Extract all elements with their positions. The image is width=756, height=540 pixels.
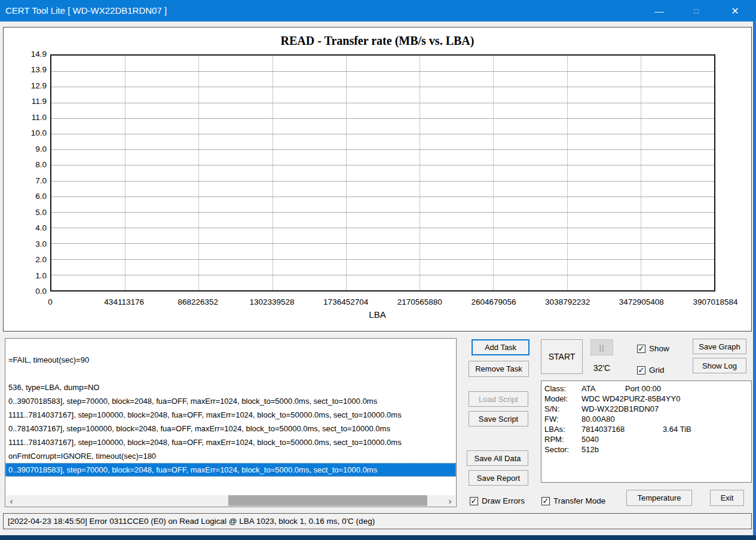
device-info-label: LBAs:	[544, 424, 581, 434]
horizontal-gridline	[51, 118, 714, 119]
y-axis-tick-label: 0.0	[18, 287, 47, 296]
device-info-row: LBAs:78140371683.64 TiB	[544, 424, 751, 434]
start-button[interactable]: START	[541, 339, 583, 374]
horizontal-scrollbar[interactable]: ‹ ›	[6, 495, 455, 506]
task-list-item[interactable]: 536, type=LBA, dump=NO	[5, 381, 456, 394]
x-axis-tick-label: 434113176	[94, 297, 154, 306]
save-all-data-button[interactable]: Save All Data	[467, 450, 528, 466]
title-bar: CERT Tool Lite [ WD-WX22DB1RDN07 ] — □ ✕	[0, 0, 756, 22]
y-axis-tick-label: 9.0	[18, 145, 47, 154]
minimize-icon: —	[655, 6, 664, 16]
task-list-item-selected[interactable]: 0..3907018583], step=70000, block=2048, …	[5, 463, 456, 477]
save-report-button[interactable]: Save Report	[469, 470, 528, 486]
status-text: [2022-04-23 18:45:50] Error 0311CCE0 (E0…	[8, 517, 375, 526]
maximize-button[interactable]: □	[682, 0, 710, 22]
x-axis-tick-label: 1736452704	[316, 297, 376, 306]
save-script-button[interactable]: Save Script	[469, 411, 528, 427]
chart-panel: READ - Transfer rate (MB/s vs. LBA) LBA …	[3, 27, 752, 332]
temperature-button[interactable]: Temperature	[626, 490, 692, 506]
checkbox-label: Show	[649, 344, 669, 353]
checkbox-check-icon: ✓	[470, 497, 478, 505]
horizontal-gridline	[51, 197, 714, 197]
exit-button[interactable]: Exit	[710, 490, 744, 506]
task-list-item[interactable]	[5, 367, 456, 381]
checkbox-label: Transfer Mode	[553, 496, 605, 505]
scrollbar-thumb[interactable]	[228, 495, 427, 506]
device-info-label: Model:	[544, 394, 581, 404]
horizontal-gridline	[51, 165, 714, 165]
close-button[interactable]: ✕	[721, 0, 749, 22]
y-axis-tick-label: 2.0	[18, 255, 47, 264]
y-axis-tick-label: 5.0	[18, 208, 47, 217]
x-axis-label: LBA	[4, 309, 751, 320]
task-list-item[interactable]: 0..3907018583], step=70000, block=2048, …	[5, 394, 456, 408]
show-checkbox[interactable]: ✓ Show	[637, 344, 669, 353]
status-bar: [2022-04-23 18:45:50] Error 0311CCE0 (E0…	[3, 513, 752, 529]
x-axis-tick-label: 3472905408	[611, 297, 671, 306]
task-list-item[interactable]	[5, 339, 456, 353]
checkbox-check-icon: ✓	[637, 345, 645, 353]
y-axis-tick-label: 8.0	[18, 160, 47, 169]
device-info-label: Sector:	[544, 444, 581, 455]
device-info-label: RPM:	[544, 434, 581, 444]
save-graph-button[interactable]: Save Graph	[693, 339, 746, 354]
window-right-edge	[753, 22, 756, 535]
task-list-item[interactable]: 1111..7814037167], step=100000, block=20…	[5, 435, 456, 449]
horizontal-gridline	[51, 212, 714, 213]
y-axis-tick-label: 12.9	[18, 81, 47, 90]
scrollbar-track[interactable]	[17, 495, 445, 506]
device-info-extra: 3.64 TiB	[663, 424, 691, 434]
scroll-left-arrow-icon[interactable]: ‹	[6, 495, 17, 506]
x-axis-tick-label: 868226352	[168, 297, 228, 306]
horizontal-gridline	[51, 87, 714, 87]
app-window: { "window": { "title": "CERT Tool Lite […	[0, 0, 756, 540]
y-axis-tick-label: 11.0	[18, 113, 47, 122]
x-axis-tick-label: 0	[20, 297, 80, 306]
x-axis-tick-label: 2170565880	[390, 297, 449, 306]
x-axis-tick-label: 1302339528	[242, 297, 302, 306]
grid-checkbox[interactable]: ✓ Grid	[637, 366, 665, 375]
vertical-gridline	[346, 56, 347, 290]
vertical-gridline	[198, 56, 199, 290]
add-task-button[interactable]: Add Task	[472, 339, 529, 355]
device-info-value: 512b	[581, 445, 599, 454]
vertical-gridline	[567, 56, 568, 290]
maximize-icon: □	[694, 7, 699, 16]
y-axis-tick-label: 11.9	[18, 97, 47, 106]
remove-task-button[interactable]: Remove Task	[469, 361, 529, 377]
x-axis-tick-label: 2604679056	[464, 297, 524, 306]
task-list-item[interactable]: 1111..7814037167], step=100000, block=20…	[5, 408, 456, 422]
x-axis-tick-label: 3038792232	[538, 297, 598, 306]
vertical-gridline	[273, 56, 273, 290]
y-axis-tick-label: 7.0	[18, 176, 47, 185]
y-axis-tick-label: 14.9	[18, 50, 47, 59]
minimize-button[interactable]: —	[645, 0, 673, 22]
device-info-row: Class:ATAPort 00:00	[544, 383, 751, 394]
device-info-panel: Class:ATAPort 00:00Model:WDC WD42PURZ-85…	[541, 381, 752, 483]
pause-button: ||	[590, 339, 613, 355]
horizontal-gridline	[51, 103, 714, 103]
horizontal-gridline	[51, 259, 714, 260]
transfer-mode-checkbox[interactable]: ✓ Transfer Mode	[541, 496, 605, 505]
x-axis-tick-label: 3907018584	[685, 297, 745, 306]
task-list-item[interactable]: 0..7814037167], step=100000, block=2048,…	[5, 422, 456, 435]
device-info-extra: Port 00:00	[625, 383, 661, 394]
device-info-row: RPM:5040	[544, 434, 751, 444]
draw-errors-checkbox[interactable]: ✓ Draw Errors	[470, 496, 525, 505]
task-list-item[interactable]: =FAIL, timeout(sec)=90	[5, 353, 456, 367]
task-list[interactable]: =FAIL, timeout(sec)=90536, type=LBA, dum…	[5, 338, 457, 507]
load-script-button: Load Script	[469, 391, 528, 407]
device-info-value: 80.00A80	[581, 415, 615, 424]
horizontal-gridline	[51, 181, 714, 182]
y-axis-tick-label: 4.0	[18, 223, 47, 232]
device-info-row: FW:80.00A80	[544, 414, 751, 424]
device-info-label: FW:	[544, 414, 581, 424]
device-info-value: WD-WX22DB1RDN07	[581, 404, 659, 413]
window-title: CERT Tool Lite [ WD-WX22DB1RDN07 ]	[5, 5, 167, 16]
task-list-rows: =FAIL, timeout(sec)=90536, type=LBA, dum…	[5, 339, 456, 477]
scroll-right-arrow-icon[interactable]: ›	[445, 495, 455, 506]
device-info-value: WDC WD42PURZ-85B4YY0	[581, 394, 680, 403]
task-list-item[interactable]: onFmtCorrupt=IGNORE, timeout(sec)=180	[5, 449, 456, 463]
show-log-button[interactable]: Show Log	[693, 358, 746, 373]
checkbox-check-icon: ✓	[541, 497, 550, 505]
